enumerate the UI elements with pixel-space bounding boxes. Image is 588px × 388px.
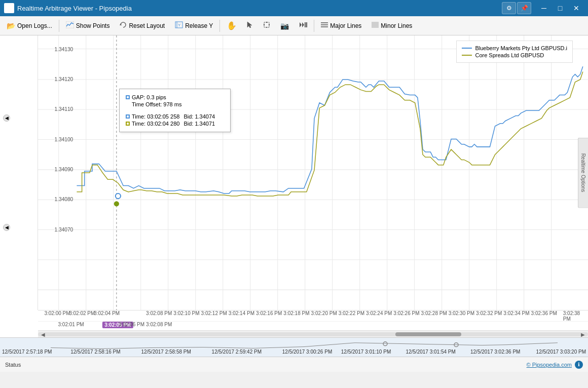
svg-text:1.34080: 1.34080 — [55, 197, 74, 202]
release-y-button[interactable]: Y Release Y — [170, 19, 217, 33]
legend-series2-label: Core Spreads Ltd GBPUSD — [475, 52, 544, 58]
open-logs-icon: 📂 — [7, 22, 15, 30]
hand-tool-button[interactable]: ✋ — [222, 19, 241, 33]
minor-lines-button[interactable]: Minor Lines — [367, 19, 417, 33]
pipsopedia-url[interactable]: © Pipsopedia.com — [527, 362, 572, 368]
svg-rect-16 — [305, 22, 306, 27]
x-label-3-02-00: 3:02:00 PM — [44, 311, 70, 316]
release-y-label: Release Y — [185, 22, 213, 29]
svg-point-65 — [383, 342, 387, 346]
show-points-button[interactable]: Show Points — [61, 19, 115, 33]
x-label-3-02-28: 3:02:28 PM — [421, 311, 447, 316]
minimize-button[interactable]: ─ — [536, 2, 552, 14]
svg-rect-9 — [264, 22, 269, 27]
scrollbar-thumb[interactable] — [395, 332, 461, 336]
major-lines-button[interactable]: Major Lines — [316, 19, 366, 33]
x-label-3-02-34: 3:02:34 PM — [503, 311, 529, 316]
scroll-left-arrow[interactable]: ◀ — [41, 332, 45, 337]
x-label-3-02-32: 3:02:32 PM — [476, 311, 502, 316]
svg-marker-12 — [269, 24, 270, 25]
toolbar-sep-1 — [59, 20, 59, 32]
svg-marker-15 — [302, 22, 304, 27]
x-label-3-02-08: 3:02:08 PM — [146, 311, 172, 316]
select-tool-icon — [263, 21, 270, 30]
hand-tool-icon: ✋ — [227, 21, 237, 30]
timeline-bar: 12/5/2017 2:57:18 PM 12/5/2017 2:58:16 P… — [0, 337, 588, 357]
select-tool-button[interactable] — [259, 19, 275, 33]
window-title: Realtime Arbitrage Viewer - Pipsopedia — [17, 5, 502, 12]
legend-series1-line — [462, 48, 472, 49]
timeline-item-5: 12/5/2017 3:01:10 PM — [341, 349, 391, 355]
svg-marker-13 — [266, 27, 267, 28]
open-logs-button[interactable]: 📂 Open Logs... — [2, 19, 57, 33]
titlebar-settings-btn[interactable]: ⚙ — [502, 2, 516, 14]
timeline-item-2: 12/5/2017 2:58:58 PM — [141, 349, 191, 355]
x-label-3-02-36: 3:02:36 PM — [531, 311, 557, 316]
close-button[interactable]: ✕ — [569, 2, 584, 14]
x-label-3-02-04: 3:02:04 PM — [94, 311, 120, 316]
toolbar-sep-3 — [314, 20, 314, 32]
x-label-3-02-14: 3:02:14 PM — [229, 311, 254, 316]
timeline-item-8: 12/5/2017 3:03:20 PM — [536, 349, 586, 355]
svg-marker-10 — [266, 22, 267, 23]
x-sub-label-3-02-01: 3:02:01 PM — [58, 322, 84, 327]
x-sub-label-3-02-08b: 3:02:08 PM — [146, 322, 172, 327]
svg-text:1.34120: 1.34120 — [55, 76, 74, 82]
svg-point-64 — [114, 201, 119, 206]
svg-text:1.34070: 1.34070 — [55, 227, 74, 232]
x-label-3-02-12: 3:02:12 PM — [201, 311, 227, 316]
minor-lines-icon — [372, 22, 379, 29]
chart-legend: Blueberry Markets Pty Ltd GBPUSD.i Core … — [456, 41, 573, 63]
play-tool-icon — [299, 22, 307, 29]
major-lines-label: Major Lines — [330, 22, 361, 29]
toolbar: 📂 Open Logs... Show Points Reset Layout … — [0, 16, 588, 35]
camera-tool-button[interactable]: 📷 — [276, 19, 293, 33]
x-axis-top: 3:02:00 PM 3:02:02 PM 3:02:04 PM 3:02:08… — [38, 310, 588, 321]
major-lines-icon — [321, 22, 328, 29]
svg-marker-14 — [300, 22, 302, 27]
app-icon — [4, 3, 14, 13]
titlebar-pin-btn[interactable]: 📌 — [517, 2, 531, 14]
x-label-3-02-30: 3:02:30 PM — [449, 311, 474, 316]
x-label-3-02-10: 3:02:10 PM — [173, 311, 199, 316]
chart-canvas-area[interactable]: 1.34130 1.34120 1.34110 1.34100 1.34090 … — [38, 35, 588, 310]
x-label-3-02-22: 3:02:22 PM — [339, 311, 364, 316]
show-points-icon — [66, 21, 74, 30]
x-label-3-02-38: 3:02:38 PM — [563, 311, 580, 322]
scroll-arrow-top[interactable]: ◀ — [3, 114, 10, 122]
x-sub-label-3-02-06: 3:02:06 PM — [119, 322, 144, 327]
main-area: ◀ ◀ — [0, 35, 588, 337]
x-label-3-02-18: 3:02:18 PM — [283, 311, 309, 316]
camera-tool-icon: 📷 — [280, 22, 289, 30]
scroll-arrow-bottom[interactable]: ◀ — [3, 224, 10, 231]
reset-layout-button[interactable]: Reset Layout — [115, 19, 169, 33]
legend-series1: Blueberry Markets Pty Ltd GBPUSD.i — [462, 45, 567, 51]
legend-series1-label: Blueberry Markets Pty Ltd GBPUSD.i — [475, 45, 567, 51]
window-controls: ─ □ ✕ — [536, 2, 584, 14]
svg-point-63 — [116, 193, 121, 199]
info-icon[interactable]: ℹ — [575, 361, 583, 369]
scrollbar-track — [38, 332, 588, 336]
maximize-button[interactable]: □ — [553, 2, 568, 14]
status-right: © Pipsopedia.com ℹ — [527, 361, 583, 369]
legend-series2-line — [462, 55, 472, 56]
timeline-item-0: 12/5/2017 2:57:18 PM — [2, 349, 52, 355]
x-label-3-02-16: 3:02:16 PM — [256, 311, 282, 316]
svg-text:1.34100: 1.34100 — [55, 137, 74, 142]
release-y-icon: Y — [175, 21, 183, 30]
svg-marker-11 — [264, 24, 265, 25]
x-label-3-02-26: 3:02:26 PM — [393, 311, 419, 316]
scrollbar-area[interactable]: ▶ ◀ — [38, 330, 588, 337]
timeline-item-4: 12/5/2017 3:00:26 PM — [282, 349, 332, 355]
x-label-3-02-24: 3:02:24 PM — [366, 311, 392, 316]
y-axis: ◀ ◀ — [0, 35, 38, 310]
timeline-item-7: 12/5/2017 3:02:36 PM — [470, 349, 520, 355]
timeline-item-3: 12/5/2017 2:59:42 PM — [212, 349, 262, 355]
toolbar-sep-2 — [219, 20, 220, 32]
cursor-tool-button[interactable] — [242, 19, 258, 33]
scroll-right-arrow[interactable]: ▶ — [581, 332, 585, 337]
svg-text:1.34130: 1.34130 — [55, 47, 74, 52]
realtime-options-tab[interactable]: Realtime Options — [578, 138, 588, 208]
show-points-label: Show Points — [76, 22, 110, 29]
play-tool-button[interactable] — [295, 19, 312, 33]
